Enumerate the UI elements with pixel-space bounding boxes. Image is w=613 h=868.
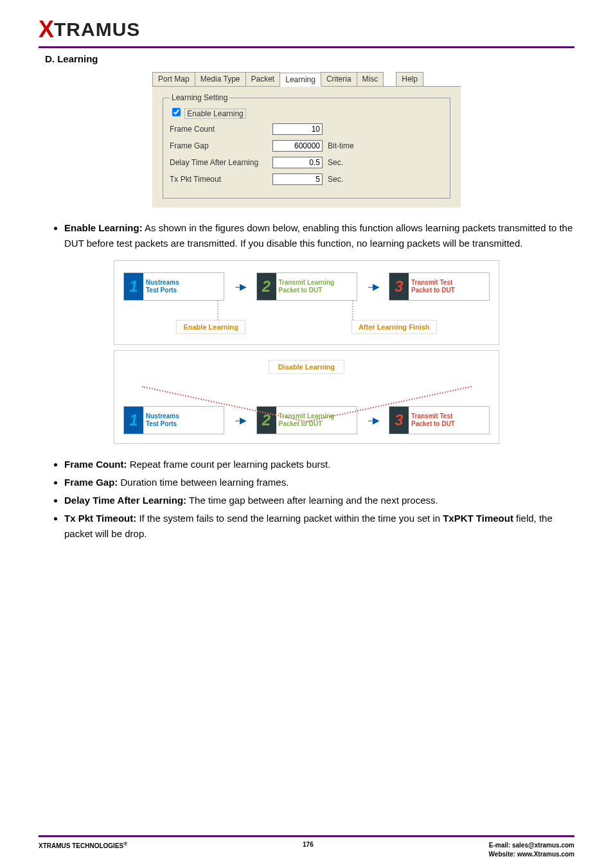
flow-step-1-number: 1 (124, 273, 143, 300)
flow-step-2-line2: Packet to DUT (279, 287, 354, 294)
flow-step-3-number: 3 (389, 273, 409, 300)
tab-port-map[interactable]: Port Map (152, 72, 195, 86)
bullet-tx-pkt-timeout-title: Tx Pkt Timeout: (64, 513, 136, 524)
tab-criteria[interactable]: Criteria (321, 72, 357, 86)
tab-media-type[interactable]: Media Type (195, 72, 246, 86)
bullet-frame-gap-text: Duration time between learning frames. (118, 477, 289, 488)
delay-after-learning-unit: Sec. (328, 158, 343, 167)
flow-step-1: 1 Nustreams Test Ports (123, 272, 224, 301)
flow-step-2-line2: Packet to DUT (279, 420, 354, 428)
bullet-frame-gap-title: Frame Gap: (64, 477, 118, 488)
bullet-tx-pkt-timeout-text-a: If the system fails to send the learning… (136, 513, 443, 524)
enable-learning-flow-diagram: 1 Nustreams Test Ports ····▶ 2 Transmit … (114, 260, 499, 345)
tab-content-area: Learning Setting Enable Learning Frame C… (152, 87, 461, 208)
flow-step-1-number: 1 (124, 407, 143, 434)
bullet-delay-time-text: The time gap between after learning and … (186, 495, 438, 506)
flow-step-1-line2: Test Ports (146, 420, 221, 428)
tx-pkt-timeout-input[interactable] (272, 173, 323, 185)
bullet-enable-learning-title: Enable Learning: (64, 222, 143, 233)
flow-step-3: 3 Transmit Test Packet to DUT (389, 272, 490, 301)
flow-step-1-line2: Test Ports (146, 287, 221, 294)
frame-count-input[interactable] (272, 123, 323, 135)
bullet-frame-gap: Frame Gap: Duration time between learnin… (64, 475, 574, 490)
flow-step-2: 2 Transmit Learning Packet to DUT (256, 272, 357, 301)
caption-enable-learning: Enable Learning (176, 320, 245, 334)
fieldset-legend: Learning Setting (170, 93, 229, 102)
arrow-icon: ····▶ (231, 415, 250, 425)
flow-step-3-line2: Packet to DUT (411, 420, 486, 428)
flow-step-1-line1: Nustreams (146, 412, 221, 420)
dotted-connector-icon (352, 301, 353, 320)
flow-step-1-disabled: 1 Nustreams Test Ports (123, 406, 224, 434)
bullet-enable-learning: Enable Learning: As shown in the figures… (64, 220, 574, 251)
delay-after-learning-label: Delay Time After Learning (170, 158, 272, 167)
flow-step-3-line2: Packet to DUT (411, 287, 486, 294)
enable-learning-checkbox[interactable] (172, 108, 181, 116)
learning-setting-fieldset: Learning Setting Enable Learning Frame C… (163, 93, 450, 199)
tx-pkt-timeout-label: Tx Pkt Timeout (170, 175, 272, 184)
frame-count-label: Frame Count (170, 125, 272, 134)
header-divider (39, 46, 574, 48)
frame-gap-unit: Bit-time (328, 141, 354, 150)
bullet-tx-pkt-timeout: Tx Pkt Timeout: If the system fails to s… (64, 511, 574, 542)
caption-disable-learning: Disable Learning (269, 360, 345, 374)
flow-step-3-line1: Transmit Test (411, 279, 486, 287)
flow-step-3-number: 3 (389, 407, 409, 434)
dashed-arc-icon (123, 378, 490, 403)
tab-help[interactable]: Help (396, 72, 423, 86)
flow-step-1-line1: Nustreams (146, 279, 221, 287)
logo-x: X (39, 16, 54, 43)
caption-after-learning: After Learning Finish (351, 320, 437, 334)
frame-gap-label: Frame Gap (170, 141, 272, 150)
arrow-icon: ····▶ (363, 415, 382, 425)
dotted-connector-icon (217, 301, 218, 320)
flow-step-3-line1: Transmit Test (411, 412, 486, 420)
tab-packet[interactable]: Packet (245, 72, 281, 86)
delay-after-learning-input[interactable] (272, 157, 323, 168)
bullet-frame-count-title: Frame Count: (64, 459, 127, 470)
tab-strip: Port Map Media Type Packet Learning Crit… (152, 72, 461, 87)
arrow-icon: ····▶ (231, 281, 250, 292)
tab-misc[interactable]: Misc (357, 72, 384, 86)
bullet-frame-count: Frame Count: Repeat frame count per lear… (64, 457, 574, 472)
flow-step-2-line1: Transmit Learning (279, 279, 354, 287)
tx-pkt-timeout-unit: Sec. (328, 175, 343, 184)
bullet-delay-time-title: Delay Time After Learning: (64, 495, 186, 506)
bullet-delay-time: Delay Time After Learning: The time gap … (64, 493, 574, 508)
disable-learning-flow-diagram: Disable Learning 1 Nustreams Test Ports … (114, 350, 499, 444)
frame-gap-input[interactable] (272, 140, 323, 152)
bullet-frame-count-text: Repeat frame count per learning packets … (127, 459, 331, 470)
learning-tab-panel: Port Map Media Type Packet Learning Crit… (152, 72, 461, 208)
section-heading: D. Learning (45, 53, 574, 64)
enable-learning-checkbox-label[interactable]: Enable Learning (184, 109, 245, 119)
flow-step-2-number: 2 (257, 273, 276, 300)
logo-text: TRAMUS (54, 19, 140, 40)
arrow-icon: ····▶ (363, 281, 382, 292)
flow-step-3-disabled: 3 Transmit Test Packet to DUT (389, 406, 490, 434)
tab-learning[interactable]: Learning (280, 73, 321, 87)
brand-logo: X TRAMUS (39, 13, 574, 46)
bullet-tx-pkt-timeout-bold: TxPKT Timeout (443, 513, 513, 524)
